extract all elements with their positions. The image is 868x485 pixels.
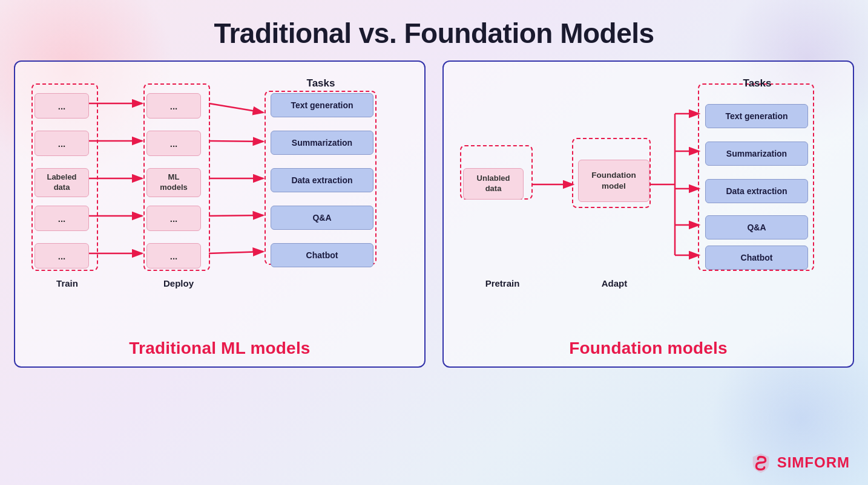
diagrams-wrapper: Tasks ... ... Labeleddata ... ... ... ..… [0,60,868,368]
found-task-chatbot: Chatbot [705,246,808,270]
found-adapt-label: Adapt [575,277,654,288]
traditional-caption: Traditional ML models [28,339,411,358]
traditional-diagram-box: Tasks ... ... Labeleddata ... ... ... ..… [14,60,426,368]
trad-model-row1: ... [146,93,201,119]
traditional-diagram-inner: Tasks ... ... Labeleddata ... ... ... ..… [28,73,413,333]
foundation-caption: Foundation models [457,339,840,358]
trad-data-row4: ... [35,206,89,231]
trad-task-text-gen: Text generation [271,93,373,117]
trad-data-row5: ... [35,243,89,269]
foundation-diagram-inner: Tasks Unlableddata Foundationmodel Text … [457,73,842,333]
simform-icon [749,451,772,474]
simform-name: SIMFORM [777,454,850,471]
trad-data-row1: ... [35,93,89,119]
found-foundation-model: Foundationmodel [578,160,649,202]
trad-data-labeled: Labeleddata [35,168,89,197]
svg-line-9 [209,215,263,216]
trad-model-labeled: MLmodels [146,168,201,197]
found-task-qa: Q&A [705,215,808,239]
found-task-data-extraction: Data extraction [705,179,808,203]
trad-task-qa: Q&A [271,206,373,230]
trad-model-row4: ... [146,206,201,231]
trad-data-row2: ... [35,131,89,156]
trad-model-row2: ... [146,131,201,156]
svg-line-7 [209,141,263,142]
trad-task-summarization: Summarization [271,131,373,155]
found-unlabeled-data: Unlableddata [463,168,524,200]
trad-model-row5: ... [146,243,201,269]
svg-line-10 [209,252,263,253]
trad-task-chatbot: Chatbot [271,243,373,267]
trad-tasks-header: Tasks [263,77,378,93]
found-task-text-gen: Text generation [705,104,808,128]
simform-logo: SIMFORM [749,451,850,474]
trad-deploy-label: Deploy [142,277,215,288]
found-task-summarization: Summarization [705,142,808,166]
foundation-diagram-box: Tasks Unlableddata Foundationmodel Text … [442,60,854,368]
found-pretrain-label: Pretrain [463,277,542,288]
svg-line-6 [209,103,263,112]
trad-task-data-extraction: Data extraction [271,168,373,192]
found-tasks-header: Tasks [699,77,815,93]
trad-train-label: Train [37,277,97,288]
